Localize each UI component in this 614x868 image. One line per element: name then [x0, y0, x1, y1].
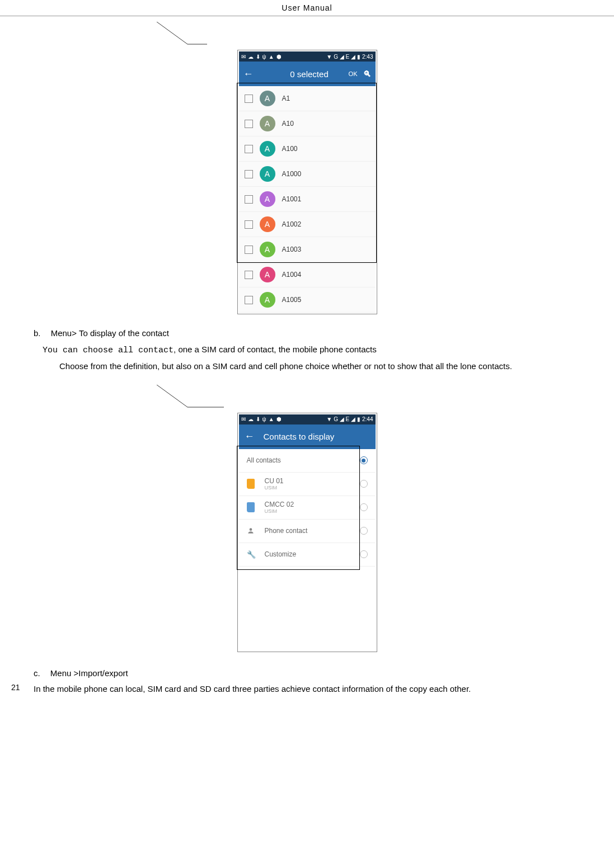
contact-name: A1001 [282, 195, 302, 203]
status-time: 2:43 [362, 54, 373, 60]
contact-avatar: A [260, 91, 275, 106]
contact-name: A1002 [282, 220, 302, 228]
sim-icon [247, 479, 255, 489]
contact-row[interactable]: AA1 [239, 86, 376, 111]
phone-screenshot-2: ✉ ☁ ⬇ ψ ▲ ⬢ ▼ G ◢ E ◢ ▮ 2:44 ← Contacts … [239, 414, 376, 650]
contact-avatar: A [260, 116, 275, 131]
bug-icon: ⬢ [276, 54, 282, 60]
callout-line-2 [157, 385, 614, 413]
empty-area [239, 567, 376, 650]
contact-name: A1005 [282, 296, 302, 304]
contact-name: A1 [282, 95, 290, 102]
list-marker-b: b. [34, 328, 41, 338]
section-b: b. Menu> To display of the contact You c… [34, 326, 580, 375]
section-c-body: In the mobile phone can local, SIM card … [34, 681, 580, 697]
search-icon[interactable]: 🔍︎ [363, 69, 371, 78]
contact-row[interactable]: AA1003 [239, 237, 376, 262]
contact-avatar: A [260, 267, 275, 282]
menu-label-b: Menu> [51, 328, 77, 338]
svg-line-2 [157, 385, 188, 407]
download-icon: ⬇ [256, 416, 260, 422]
contact-row[interactable]: AA10 [239, 111, 376, 136]
display-options-list: All contactsCU 01USIMCMCC 02USIMPhone co… [239, 449, 376, 567]
section-b-line2: Choose from the definition, but also on … [34, 358, 580, 375]
section-b-title: To display of the contact [79, 328, 169, 338]
contact-name: A1003 [282, 246, 302, 253]
wrench-icon: 🔧 [247, 550, 256, 559]
sim-icon [247, 502, 255, 512]
contact-row[interactable]: AA1000 [239, 162, 376, 187]
checkbox[interactable] [245, 170, 253, 178]
signal-text: G ◢ E ◢ [334, 54, 355, 60]
option-label: Customize [265, 550, 360, 558]
bug-icon: ⬢ [276, 416, 282, 422]
battery-icon: ▮ [357, 416, 360, 422]
cloud-icon: ☁ [248, 54, 254, 60]
checkbox[interactable] [245, 120, 253, 128]
contact-name: A1004 [282, 271, 302, 279]
app-bar: ← 0 selected OK 🔍︎ [239, 62, 376, 86]
radio-selected[interactable] [360, 456, 368, 464]
status-bar: ✉ ☁ ⬇ ψ ▲ ⬢ ▼ G ◢ E ◢ ▮ 2:43 [239, 51, 376, 62]
display-option-row[interactable]: 🔧Customize [239, 543, 376, 567]
back-icon[interactable]: ← [243, 68, 254, 80]
display-option-row[interactable]: CMCC 02USIM [239, 496, 376, 520]
usb-icon: ψ [263, 416, 266, 422]
contact-avatar: A [260, 242, 275, 257]
usb-icon: ψ [263, 54, 266, 60]
checkbox[interactable] [245, 145, 253, 153]
warn-icon: ▲ [269, 54, 274, 60]
page-number: 21 [11, 683, 20, 692]
checkbox[interactable] [245, 220, 253, 229]
checkbox[interactable] [245, 95, 253, 103]
phone-frame-1: ✉ ☁ ⬇ ψ ▲ ⬢ ▼ G ◢ E ◢ ▮ 2:43 ← 0 selecte… [237, 50, 377, 314]
section-b-line1b: , one a SIM card of contact, the mobile … [174, 345, 377, 354]
section-c-title: Menu >Import/export [50, 668, 128, 678]
display-option-row[interactable]: Phone contact [239, 520, 376, 543]
contact-avatar: A [260, 216, 275, 232]
contact-name: A100 [282, 145, 298, 153]
download-icon: ⬇ [256, 54, 260, 60]
ok-button[interactable]: OK [349, 70, 358, 77]
display-option-row[interactable]: CU 01USIM [239, 473, 376, 496]
contact-row[interactable]: AA1005 [239, 287, 376, 313]
option-label: CMCC 02USIM [265, 501, 360, 514]
person-icon [247, 527, 255, 535]
radio-unselected[interactable] [360, 550, 368, 558]
contact-list: AA1AA10AA100AA1000AA1001AA1002AA1003AA10… [239, 86, 376, 313]
header-title: User Manual [282, 3, 332, 12]
svg-point-4 [249, 528, 252, 531]
back-icon[interactable]: ← [245, 431, 255, 442]
section-b-line1a: You can choose all contact [43, 346, 174, 355]
mail-icon: ✉ [241, 416, 246, 422]
cloud-icon: ☁ [248, 416, 254, 422]
option-label: All contacts [247, 456, 360, 464]
checkbox[interactable] [245, 271, 253, 279]
option-sublabel: USIM [265, 508, 360, 514]
app-bar-2: ← Contacts to display [239, 424, 376, 449]
radio-unselected[interactable] [360, 503, 368, 511]
contact-name: A1000 [282, 170, 302, 178]
radio-unselected[interactable] [360, 480, 368, 488]
svg-line-0 [157, 22, 188, 44]
contact-avatar: A [260, 141, 275, 157]
checkbox[interactable] [245, 296, 253, 304]
page-header: User Manual [0, 0, 614, 16]
status-time-2: 2:44 [362, 416, 373, 422]
callout-line-1 [157, 22, 614, 50]
checkbox[interactable] [245, 195, 253, 204]
option-sublabel: USIM [265, 485, 360, 490]
contact-row[interactable]: AA1004 [239, 262, 376, 287]
contact-row[interactable]: AA1001 [239, 187, 376, 212]
checkbox[interactable] [245, 246, 253, 254]
appbar-title: 0 selected [276, 69, 343, 79]
display-option-row[interactable]: All contacts [239, 449, 376, 473]
mail-icon: ✉ [241, 54, 246, 60]
appbar2-title: Contacts to display [264, 432, 335, 441]
warn-icon: ▲ [269, 416, 274, 422]
radio-unselected[interactable] [360, 527, 368, 535]
signal-text-2: G ◢ E ◢ [334, 416, 355, 422]
wifi-icon: ▼ [326, 416, 332, 422]
contact-row[interactable]: AA100 [239, 136, 376, 162]
contact-row[interactable]: AA1002 [239, 212, 376, 237]
